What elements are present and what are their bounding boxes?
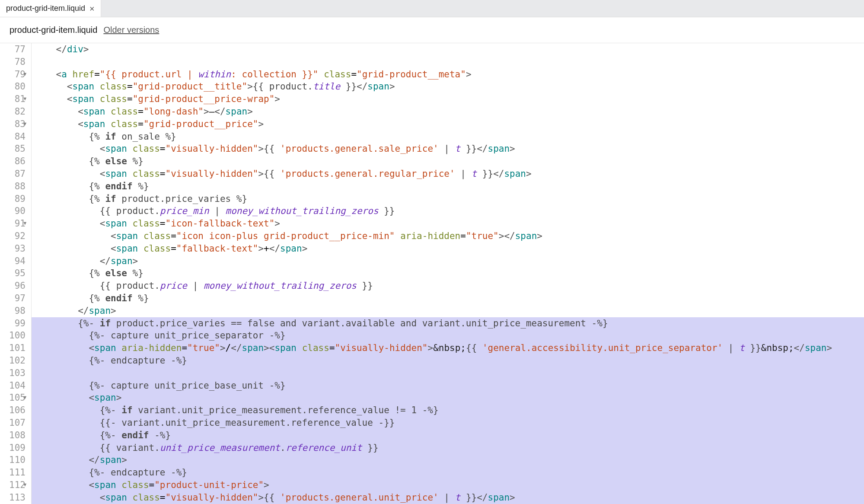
code-line[interactable]: {%- if product.price_varies == false and… bbox=[32, 317, 864, 330]
code-line[interactable]: {%- endcapture -%} bbox=[32, 466, 864, 479]
code-line[interactable]: <span class="visually-hidden">{{ 'produc… bbox=[32, 143, 864, 155]
code-line[interactable]: {%- capture unit_price_base_unit -%} bbox=[32, 380, 864, 392]
code-line[interactable]: {%- endcapture -%} bbox=[32, 354, 864, 367]
line-number: 98 bbox=[0, 305, 26, 317]
line-number: 97 bbox=[0, 292, 26, 305]
code-line[interactable]: <span class="visually-hidden">{{ 'produc… bbox=[32, 168, 864, 180]
line-number: 81▼ bbox=[0, 93, 26, 105]
code-line[interactable]: {% else %} bbox=[32, 155, 864, 168]
file-title-row: product-grid-item.liquid Older versions bbox=[0, 17, 864, 43]
line-number: 94 bbox=[0, 255, 26, 268]
line-number: 84 bbox=[0, 131, 26, 143]
fold-icon[interactable]: ▼ bbox=[23, 121, 26, 127]
line-number: 109 bbox=[0, 442, 26, 454]
code-line[interactable]: <span class="fallback-text">+</span> bbox=[32, 242, 864, 255]
code-line[interactable]: <span class="grid-product__price-wrap"> bbox=[32, 93, 864, 105]
code-line[interactable]: {% if product.price_varies %} bbox=[32, 193, 864, 205]
code-line[interactable]: <span class="icon icon-plus grid-product… bbox=[32, 230, 864, 242]
line-number: 90 bbox=[0, 205, 26, 217]
line-number: 92 bbox=[0, 230, 26, 242]
line-number: 113 bbox=[0, 491, 26, 504]
code-line[interactable]: {%- capture unit_price_separator -%} bbox=[32, 329, 864, 342]
code-line[interactable]: <span aria-hidden="true">/</span><span c… bbox=[32, 342, 864, 354]
line-number-gutter: 777879▼8081▼8283▼8485868788899091▼929394… bbox=[0, 43, 31, 504]
line-number: 83▼ bbox=[0, 118, 26, 131]
code-line[interactable]: </span> bbox=[32, 305, 864, 317]
code-line[interactable] bbox=[32, 56, 864, 68]
line-number: 104 bbox=[0, 380, 26, 392]
line-number: 85 bbox=[0, 143, 26, 155]
code-line[interactable]: <span class="icon-fallback-text"> bbox=[32, 217, 864, 230]
code-line[interactable]: {%- if variant.unit_price_measurement.re… bbox=[32, 404, 864, 417]
code-line[interactable]: <span class="product-unit-price"> bbox=[32, 479, 864, 491]
line-number: 112▼ bbox=[0, 479, 26, 491]
code-area[interactable]: </div> <a href="{{ product.url | within:… bbox=[32, 43, 864, 504]
code-line[interactable]: <span> bbox=[32, 392, 864, 404]
code-line[interactable]: <a href="{{ product.url | within: collec… bbox=[32, 68, 864, 81]
code-line[interactable]: <span class="grid-product__title">{{ pro… bbox=[32, 80, 864, 93]
file-title: product-grid-item.liquid bbox=[10, 25, 97, 35]
line-number: 89 bbox=[0, 193, 26, 205]
fold-icon[interactable]: ▼ bbox=[23, 482, 26, 488]
older-versions-link[interactable]: Older versions bbox=[103, 25, 159, 35]
fold-icon[interactable]: ▼ bbox=[23, 394, 26, 401]
line-number: 79▼ bbox=[0, 68, 26, 81]
line-number: 107 bbox=[0, 417, 26, 429]
line-number: 101 bbox=[0, 342, 26, 354]
code-line[interactable]: {% endif %} bbox=[32, 292, 864, 305]
line-number: 77 bbox=[0, 43, 26, 56]
line-number: 110 bbox=[0, 454, 26, 466]
tab-bar: product-grid-item.liquid × bbox=[0, 0, 864, 17]
tab-filename: product-grid-item.liquid bbox=[6, 4, 85, 13]
tab-product-grid-item[interactable]: product-grid-item.liquid × bbox=[0, 0, 101, 17]
line-number: 100 bbox=[0, 329, 26, 342]
line-number: 86 bbox=[0, 155, 26, 168]
code-editor[interactable]: 777879▼8081▼8283▼8485868788899091▼929394… bbox=[0, 43, 864, 504]
code-line[interactable]: {% endif %} bbox=[32, 180, 864, 193]
line-number: 108 bbox=[0, 429, 26, 442]
line-number: 111 bbox=[0, 466, 26, 479]
code-line[interactable]: {%- endif -%} bbox=[32, 429, 864, 442]
line-number: 103 bbox=[0, 367, 26, 380]
fold-icon[interactable]: ▼ bbox=[23, 220, 26, 226]
code-line[interactable]: {{- variant.unit_price_measurement.refer… bbox=[32, 417, 864, 429]
code-line[interactable]: {{ product.price | money_without_trailin… bbox=[32, 280, 864, 292]
line-number: 93 bbox=[0, 242, 26, 255]
code-line[interactable]: <span class="visually-hidden">{{ 'produc… bbox=[32, 491, 864, 504]
code-line[interactable]: </span> bbox=[32, 255, 864, 268]
line-number: 88 bbox=[0, 180, 26, 193]
line-number: 95 bbox=[0, 267, 26, 280]
fold-icon[interactable]: ▼ bbox=[23, 71, 26, 77]
line-number: 87 bbox=[0, 168, 26, 180]
line-number: 99 bbox=[0, 317, 26, 330]
line-number: 105▼ bbox=[0, 392, 26, 404]
line-number: 102 bbox=[0, 354, 26, 367]
code-line[interactable]: </div> bbox=[32, 43, 864, 56]
code-line[interactable]: <span class="long-dash">—</span> bbox=[32, 105, 864, 118]
line-number: 91▼ bbox=[0, 217, 26, 230]
code-line[interactable]: {{ product.price_min | money_without_tra… bbox=[32, 205, 864, 217]
code-line[interactable]: </span> bbox=[32, 454, 864, 466]
line-number: 80 bbox=[0, 80, 26, 93]
line-number: 106 bbox=[0, 404, 26, 417]
line-number: 78 bbox=[0, 56, 26, 68]
code-line[interactable]: {% else %} bbox=[32, 267, 864, 280]
close-icon[interactable]: × bbox=[89, 4, 95, 13]
code-line[interactable]: {{ variant.unit_price_measurement.refere… bbox=[32, 442, 864, 454]
code-line[interactable]: <span class="grid-product__price"> bbox=[32, 118, 864, 131]
code-line[interactable]: {% if on_sale %} bbox=[32, 131, 864, 143]
line-number: 96 bbox=[0, 280, 26, 292]
fold-icon[interactable]: ▼ bbox=[23, 96, 26, 102]
line-number: 82 bbox=[0, 105, 26, 118]
code-line[interactable] bbox=[32, 367, 864, 380]
